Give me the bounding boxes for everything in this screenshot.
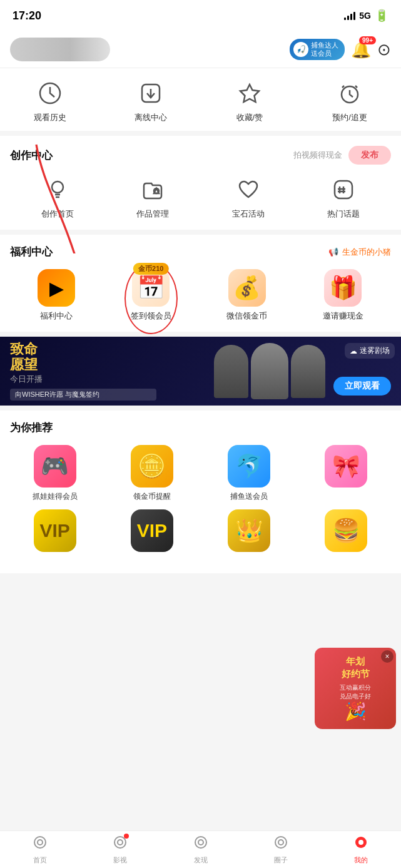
fishing-badge-icon: 🎣: [293, 42, 308, 57]
hashtag-icon: [328, 175, 358, 205]
creation-section: 创作中心 拍视频得现金 发布 创作首页: [0, 136, 401, 230]
bottom-nav-film[interactable]: 影视: [80, 831, 160, 868]
floating-promo-mascot: 🎉: [345, 701, 367, 722]
film-nav-icon: [113, 835, 128, 854]
recommend-item-pink[interactable]: 🎀: [302, 445, 391, 502]
status-bar: 17:20 5G 🔋: [0, 0, 401, 31]
creation-header: 创作中心 拍视频得现金 发布: [10, 146, 391, 165]
recommend-label-gold: 领金币提醒: [133, 491, 171, 502]
scan-icon[interactable]: ⊙: [377, 40, 391, 59]
creation-item-home[interactable]: 创作首页: [41, 175, 74, 220]
creation-item-works[interactable]: 作品管理: [136, 175, 169, 220]
svg-marker-3: [240, 84, 259, 102]
header-icons: 🎣 捕鱼达人 送会员 🔔 99+ ⊙: [290, 39, 391, 60]
bottom-nav-mine[interactable]: 我的: [321, 831, 401, 868]
publish-button[interactable]: 发布: [348, 146, 391, 165]
banner-watch-button[interactable]: 立即观看: [333, 377, 391, 396]
floating-close-button[interactable]: ×: [381, 650, 393, 663]
recommend-item-claw[interactable]: 🎮 抓娃娃得会员: [10, 445, 99, 502]
svg-point-24: [275, 837, 287, 848]
recommend-item-vip[interactable]: VIP: [10, 509, 99, 556]
nav-label-history: 观看历史: [34, 112, 66, 123]
film-nav-dot: [124, 834, 129, 839]
recommend-item-fish[interactable]: 🐬 捕鱼送会员: [205, 445, 294, 502]
mine-nav-label: 我的: [354, 855, 368, 865]
banner-subtitle: 今日开播: [10, 374, 156, 385]
svg-point-27: [358, 840, 363, 845]
floating-promo-subtitle: 互动赢积分兑品电子好: [340, 683, 371, 701]
floating-promo-card[interactable]: × 年划好约节 互动赢积分兑品电子好 🎉: [315, 648, 396, 729]
welfare-item-invite[interactable]: 🎁 邀请赚现金: [323, 269, 363, 322]
clock-icon: [35, 78, 65, 108]
recommend-grid: 🎮 抓娃娃得会员 🪙 领金币提醒 🐬 捕鱼送会员 🎀: [10, 445, 391, 556]
circle-nav-label: 圈子: [274, 855, 288, 865]
welfare-item-wechat[interactable]: 💰 微信领金币: [226, 269, 267, 322]
recommend-icon-vip2: VIP: [131, 509, 173, 552]
heart-icon: [233, 175, 263, 205]
welfare-item-signin[interactable]: 金币210 📅 签到领会员: [131, 269, 171, 322]
quick-nav: 观看历史 离线中心 收藏/赞: [0, 68, 401, 131]
creation-item-gems[interactable]: 宝石活动: [232, 175, 265, 220]
creation-header-right: 拍视频得现金 发布: [293, 146, 391, 165]
welfare-calendar-icon: 📅: [132, 269, 170, 307]
floating-promo-title: 年划好约节: [342, 655, 370, 680]
recommend-icon-vip: VIP: [34, 509, 76, 552]
svg-point-25: [278, 840, 283, 845]
welfare-right-text: 生金币的小猪: [342, 247, 391, 258]
nav-label-schedule: 预约/追更: [332, 112, 367, 123]
recommend-item-snack[interactable]: 🍔: [302, 509, 391, 556]
nav-item-history[interactable]: 观看历史: [34, 78, 66, 123]
recommend-label-claw: 抓娃娃得会员: [33, 491, 78, 502]
banner-tag: 向WISHER许愿 与魔鬼签约: [10, 389, 156, 401]
banner-logo: ☁ 迷雾剧场: [345, 343, 395, 359]
creation-icons: 创作首页 作品管理 宝石活动: [10, 175, 391, 220]
creation-label-gems: 宝石活动: [232, 208, 265, 220]
banner[interactable]: 致命 愿望 今日开播 向WISHER许愿 与魔鬼签约 ☁ 迷雾剧场 立即观看: [0, 337, 401, 406]
svg-point-21: [118, 840, 123, 845]
recommend-icon-gold: 🪙: [131, 445, 173, 488]
recommend-item-gold[interactable]: 🪙 领金币提醒: [107, 445, 196, 502]
welfare-section: 福利中心 📢 生金币的小猪 ▶ 福利中心 金币210 📅 签到领会: [0, 235, 401, 332]
battery-icon: 🔋: [375, 9, 388, 23]
nav-item-schedule[interactable]: 预约/追更: [332, 78, 367, 123]
alarm-icon: [335, 78, 365, 108]
welfare-items: ▶ 福利中心 金币210 📅 签到领会员 💰 微信领金币: [10, 269, 391, 322]
circle-nav-icon: [273, 835, 288, 854]
svg-point-23: [198, 840, 203, 845]
bottom-nav: 首页 影视 发现 圈子: [0, 830, 401, 868]
nav-item-offline[interactable]: 离线中心: [135, 78, 167, 123]
avatar[interactable]: [10, 38, 110, 61]
banner-title: 致命 愿望: [10, 342, 156, 372]
recommend-item-crown[interactable]: 👑: [205, 509, 294, 556]
creation-item-topics[interactable]: 热门话题: [327, 175, 360, 220]
fishing-badge[interactable]: 🎣 捕鱼达人 送会员: [290, 39, 345, 60]
bottom-nav-discover[interactable]: 发现: [160, 831, 240, 868]
bulb-icon: [43, 175, 73, 205]
welfare-item-center[interactable]: ▶ 福利中心: [38, 269, 75, 322]
mine-nav-icon: [353, 835, 368, 854]
recommend-label-fish: 捕鱼送会员: [230, 491, 268, 502]
welfare-header: 福利中心 📢 生金币的小猪: [10, 245, 391, 259]
creation-label-topics: 热门话题: [327, 208, 360, 220]
nav-item-favorites[interactable]: 收藏/赞: [235, 78, 265, 123]
welfare-label-invite: 邀请赚现金: [323, 310, 363, 322]
status-icons: 5G 🔋: [344, 9, 388, 23]
folder-icon: [138, 175, 168, 205]
bottom-nav-home[interactable]: 首页: [0, 831, 80, 868]
welfare-right: 📢 生金币的小猪: [328, 247, 391, 258]
svg-point-18: [34, 837, 46, 848]
welfare-wechat-icon: 💰: [228, 269, 266, 307]
svg-line-6: [355, 86, 357, 88]
recommend-icon-pink: 🎀: [325, 445, 367, 488]
recommend-title: 为你推荐: [10, 421, 391, 435]
star-icon: [235, 78, 265, 108]
bottom-nav-circle[interactable]: 圈子: [241, 831, 321, 868]
welfare-label-signin: 签到领会员: [131, 310, 171, 322]
notification-button[interactable]: 🔔 99+: [351, 40, 371, 59]
home-nav-icon: [33, 835, 48, 854]
speaker-icon: 📢: [328, 247, 338, 257]
home-nav-label: 首页: [33, 855, 47, 865]
status-time: 17:20: [13, 9, 41, 23]
welfare-label-center: 福利中心: [40, 310, 73, 322]
recommend-item-vip2[interactable]: VIP: [107, 509, 196, 556]
